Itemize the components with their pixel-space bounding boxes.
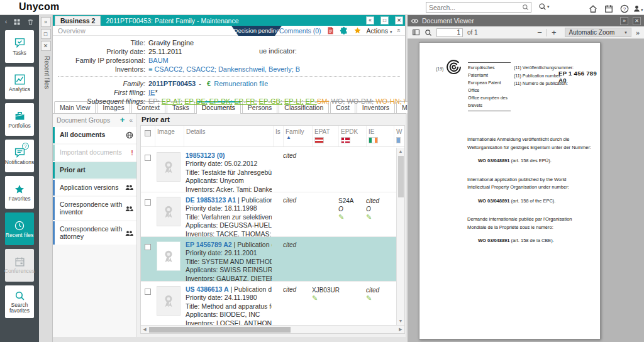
document-thumbnail[interactable]	[157, 152, 180, 182]
group-all-documents[interactable]: All documents	[53, 127, 136, 143]
scroll-left-arrow[interactable]: ◀	[141, 326, 148, 333]
document-thumbnail[interactable]	[157, 286, 180, 316]
puzzle-icon[interactable]	[340, 26, 348, 35]
collapse-window-button[interactable]: «	[366, 16, 374, 25]
table-row[interactable]: 19853123 (0) Priority date: 05.02.2012 T…	[141, 148, 396, 192]
edit-pencil-icon[interactable]: ✎	[366, 294, 372, 302]
vertical-scrollbar[interactable]: ▲ ▼	[396, 148, 404, 325]
remuneration-file-link[interactable]: Remuneration file	[214, 80, 268, 87]
viewer-canvas[interactable]: (19) Europäisches Patentamt European Pat…	[408, 39, 644, 342]
column-header-w[interactable]: W	[394, 126, 404, 146]
scroll-up-arrow[interactable]: ▲	[397, 148, 404, 155]
column-header-epat[interactable]: EPAT	[312, 126, 338, 146]
scroll-down-arrow[interactable]: ▼	[397, 317, 404, 325]
sidebar-item-analytics[interactable]: Analytics	[5, 67, 34, 99]
close-window-button[interactable]: ✕	[395, 16, 403, 25]
close-viewer-button[interactable]: ✕	[633, 17, 641, 25]
sidebar-item-recent-files[interactable]: Recent files	[5, 212, 34, 245]
group-prior-art[interactable]: Prior art	[53, 162, 136, 179]
scroll-right-arrow[interactable]: ▶	[397, 326, 404, 333]
sidebar-item-notifications[interactable]: ? Notifications	[5, 140, 34, 172]
row-checkbox[interactable]	[145, 199, 151, 206]
global-search[interactable]	[426, 2, 531, 13]
horizontal-scrollbar[interactable]: ◀ ▶	[141, 325, 404, 333]
actions-menu-button[interactable]: Actions ▾	[367, 27, 392, 35]
calendar-button[interactable]	[604, 3, 613, 14]
pdf-icon[interactable]	[326, 26, 335, 35]
advanced-search-button[interactable]: ▾	[538, 3, 550, 11]
expand-panel-button[interactable]: »	[41, 17, 51, 27]
maximize-window-button[interactable]: □	[380, 16, 389, 25]
user-menu-button[interactable]: ▾	[633, 3, 643, 14]
document-link[interactable]: DE 19853123 A1	[186, 196, 236, 204]
restore-panel-button[interactable]: □	[41, 29, 51, 39]
document-link[interactable]: 19853123 (0)	[186, 152, 225, 159]
expand-viewer-button[interactable]: »	[620, 17, 628, 25]
document-thumbnail[interactable]	[157, 241, 180, 271]
find-icon[interactable]	[425, 29, 432, 36]
filing-code-link[interactable]: EP-FR;	[235, 97, 257, 105]
select-all-checkbox[interactable]	[145, 130, 151, 136]
edit-pencil-icon[interactable]: ✎	[366, 213, 372, 221]
column-header-details[interactable]: Details	[184, 128, 206, 135]
documents-table: Image Details Is Family▲ EPAT EPDK IE W	[140, 125, 405, 334]
group-correspondence-attorney[interactable]: Correspondence with attorney	[53, 221, 136, 245]
edit-pencil-icon[interactable]: ✎	[338, 213, 344, 221]
first-filing-link[interactable]: IE	[148, 89, 155, 96]
search-input[interactable]	[426, 4, 522, 11]
group-correspondence-inventor[interactable]: Correspondence with inventor	[53, 197, 136, 220]
group-important-documents[interactable]: Important documents !	[53, 145, 136, 161]
sidebar-item-tasks[interactable]: Tasks	[5, 30, 34, 63]
filing-code-link[interactable]: EP-GB;	[259, 97, 282, 105]
viewer-more-tools-button[interactable]: »	[636, 29, 640, 36]
document-thumbnail[interactable]	[157, 197, 180, 226]
column-header-is[interactable]: Is	[274, 128, 280, 135]
sidebar-item-favorites[interactable]: Favorites	[5, 176, 34, 209]
zoom-level-select[interactable]: Automatic Zoom ▾	[565, 28, 631, 37]
list-icon[interactable]: ≡	[148, 65, 152, 73]
sidebar-item-portfolios[interactable]: Portfolios	[5, 103, 34, 136]
page-number-input[interactable]	[436, 28, 463, 37]
filing-code-link[interactable]: EP-LI;	[284, 97, 304, 105]
collapse-overview-icon[interactable]: »	[396, 29, 402, 33]
sidebar-item-search-favorites[interactable]: Search favorites	[5, 285, 34, 318]
inventors-links[interactable]: CSACC2, CSACC2; Dankenschweil, Beverly; …	[154, 65, 300, 73]
filing-code-link[interactable]: EP-DE;	[184, 97, 208, 105]
horizontal-scroll-thumb[interactable]	[149, 327, 291, 333]
document-link[interactable]: US 4386613 A	[186, 285, 229, 293]
table-row[interactable]: US 4386613 A | Publication date: 07.06. …	[141, 282, 396, 325]
favorite-star-icon[interactable]	[353, 26, 362, 35]
filing-code-link[interactable]: EP-	[305, 97, 316, 105]
zoom-out-button[interactable]: −	[537, 29, 542, 36]
column-header-family[interactable]: Family▲	[283, 126, 312, 146]
group-application-versions[interactable]: Application versions	[53, 180, 136, 196]
business-badge[interactable]: Business 2	[55, 16, 101, 26]
ip-professional-link[interactable]: BAUM	[148, 56, 169, 65]
table-row[interactable]: DE 19853123 A1 | Publication date: 25.0 …	[141, 192, 396, 237]
search-icon[interactable]	[522, 4, 529, 11]
sidebar-toggle-icon[interactable]	[412, 28, 420, 36]
column-header-image[interactable]: Image	[155, 128, 175, 135]
apps-grid-icon[interactable]	[13, 18, 21, 26]
column-header-epdk[interactable]: EPDK	[338, 126, 366, 146]
column-header-ie[interactable]: IE	[366, 126, 394, 146]
close-panel-button[interactable]: ✕	[41, 41, 51, 51]
document-link[interactable]: EP 1456789 A2	[186, 241, 232, 248]
table-row-selected[interactable]: EP 1456789 A2 | Publication date: 15.09 …	[141, 237, 396, 282]
filing-code-link[interactable]: EP-AT;	[162, 97, 182, 105]
help-button[interactable]: ?	[620, 3, 629, 14]
filing-code-link[interactable]: EP-DK;	[209, 97, 233, 105]
zoom-in-button[interactable]: +	[552, 29, 557, 36]
add-group-button[interactable]: +	[120, 117, 125, 123]
collapse-groups-button[interactable]: «	[129, 117, 133, 124]
row-checkbox[interactable]	[145, 155, 151, 161]
row-checkbox[interactable]	[145, 244, 151, 250]
collapse-left-icon[interactable]: ‹	[5, 18, 7, 25]
row-checkbox[interactable]	[145, 289, 151, 295]
minimized-panel-label[interactable]: Recent files	[42, 56, 50, 89]
tile-label: Tasks	[13, 50, 26, 56]
vertical-scroll-thumb[interactable]	[398, 156, 404, 197]
edit-pencil-icon[interactable]: ✎	[312, 294, 318, 302]
trash-icon[interactable]	[27, 18, 34, 26]
home-button[interactable]	[589, 3, 597, 14]
